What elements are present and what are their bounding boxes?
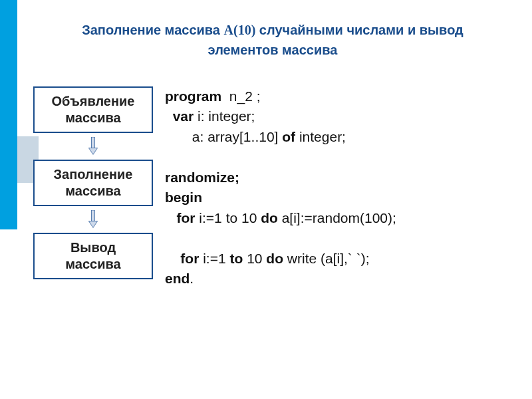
- code-line-1: program n_2 ;: [165, 86, 396, 106]
- title-line1-after: случайными числами и вывод: [255, 23, 464, 37]
- code-line-8: end.: [165, 269, 396, 289]
- sidebar-strip: [0, 0, 17, 229]
- svg-rect-0: [92, 137, 95, 148]
- slide-title: Заполнение массива A(10) случайными числ…: [27, 20, 519, 60]
- code-line-2: var i: integer;: [165, 106, 396, 126]
- svg-marker-3: [88, 221, 97, 227]
- title-line1-before: Заполнение массива: [82, 23, 223, 37]
- code-gap: [165, 228, 396, 248]
- kw-for: for: [180, 251, 199, 266]
- flow-box1-l2: массива: [65, 110, 120, 125]
- arrow-down-icon: [88, 210, 98, 229]
- flow-box-output: Вывод массива: [33, 233, 153, 279]
- kw-var: var: [173, 108, 194, 124]
- code-line-3: a: array[1..10] of integer;: [165, 127, 396, 147]
- flow-box-declaration: Объявление массива: [33, 86, 153, 133]
- flowchart: Объявление массива Заполнение массива Вы…: [33, 86, 153, 279]
- kw-end: end: [165, 271, 190, 286]
- code-line-5: begin: [165, 188, 396, 207]
- flow-box-fill: Заполнение массива: [33, 160, 153, 206]
- arrow-down-icon: [88, 137, 98, 156]
- kw-do: do: [261, 210, 278, 225]
- kw-to: to: [229, 251, 243, 266]
- title-line2: элементов массива: [208, 43, 338, 57]
- svg-marker-1: [88, 148, 97, 154]
- flow-box1-l1: Объявление: [52, 94, 135, 108]
- kw-do: do: [266, 251, 283, 266]
- kw-of: of: [282, 129, 295, 144]
- flow-box2-l2: массива: [65, 184, 120, 198]
- svg-rect-2: [92, 210, 95, 221]
- kw-for: for: [177, 210, 196, 225]
- flow-box3-l1: Вывод: [70, 240, 116, 255]
- code-line-6: for i:=1 to 10 do a[i]:=random(100);: [165, 208, 396, 228]
- title-line1-formula: A(10): [224, 23, 256, 37]
- code-line-4: randomize;: [165, 168, 396, 188]
- code-gap: [165, 147, 396, 167]
- code-line-7: for i:=1 to 10 do write (a[i],` `);: [165, 249, 396, 269]
- code-block: program n_2 ; var i: integer; a: array[1…: [165, 86, 396, 289]
- flow-box2-l1: Заполнение: [54, 167, 133, 182]
- kw-program: program: [165, 88, 221, 104]
- flow-box3-l2: массива: [65, 257, 120, 271]
